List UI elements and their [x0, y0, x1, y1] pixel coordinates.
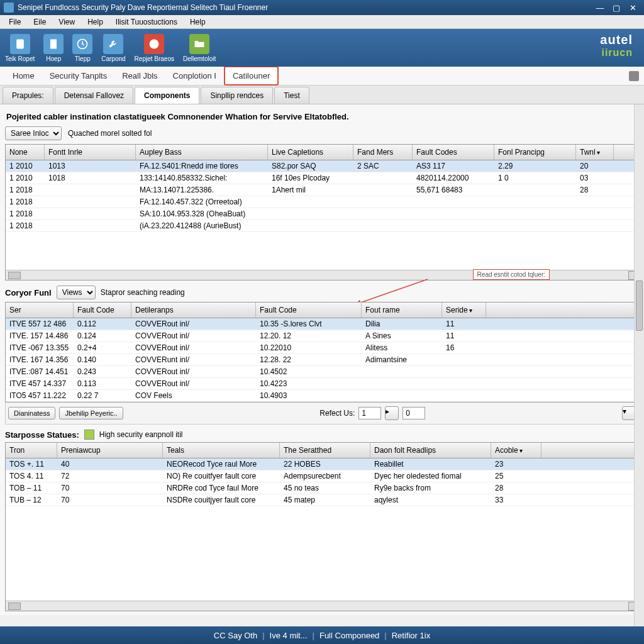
tab-home[interactable]: Home — [5, 67, 42, 84]
table-row[interactable]: ITVE.:087 14.4510.243COVVERout inl/10.45… — [6, 366, 638, 378]
table-cell: 10.35 -S.lores Clvt — [256, 318, 362, 330]
col-fault[interactable]: Fault Codes — [413, 145, 494, 160]
subtab-prapules[interactable]: Prapules: — [3, 87, 53, 104]
grid1-header: None Fontt Inrle Aupley Bass Live Caplet… — [6, 145, 638, 160]
content-vscroll[interactable] — [634, 104, 644, 626]
table-cell: S82.por SAQ — [268, 160, 353, 172]
minimize-button[interactable]: — — [592, 2, 608, 13]
table-row[interactable]: TUB – 1270NSDRe couitjyer fault core45 m… — [6, 494, 638, 506]
table-row[interactable]: TOB – 1170NRDRe cod Tyce faul More45 no … — [6, 482, 638, 494]
maximize-button[interactable]: ▢ — [609, 2, 624, 13]
svg-rect-0 — [16, 39, 24, 48]
table-cell: ITO5 457 11.222 — [6, 390, 74, 401]
grid2-header: Ser Fault Code Detileranps Fault Code Fo… — [6, 303, 638, 318]
tab-completion[interactable]: Conplotion I — [165, 67, 224, 84]
ribbon-repjet[interactable]: Repjet Braeos — [135, 34, 174, 62]
content-area: Pojerited cabler instination clastatigue… — [0, 104, 644, 615]
subtab-sinplip[interactable]: Sinpllip rendces — [201, 87, 273, 104]
wrench-icon — [103, 34, 123, 54]
svg-point-3 — [150, 39, 159, 48]
status-2[interactable]: Ive 4 mit... — [270, 631, 308, 640]
status-4[interactable]: Retifior 1ix — [392, 631, 430, 640]
btn-dianinatess[interactable]: Dianinatess — [8, 407, 55, 419]
col-none[interactable]: None — [6, 145, 45, 160]
subtab-tiest[interactable]: Tiest — [274, 87, 309, 104]
status-3[interactable]: Full Componeed — [319, 631, 379, 640]
col-fand[interactable]: Fand Mers — [353, 145, 413, 160]
col-fonl[interactable]: Fonl Prancipg — [494, 145, 576, 160]
table-row[interactable]: 1 2018MA:13.14071.225386.1Ahert mil55,67… — [6, 184, 638, 196]
table-cell: 20 — [576, 160, 614, 172]
table-cell — [268, 220, 353, 231]
table-cell: 10.4502 — [256, 366, 362, 377]
col2-fault2[interactable]: Fault Code — [256, 303, 362, 318]
page-description: Pojerited cabler instination clastatigue… — [5, 108, 639, 126]
subtab-detensal[interactable]: Detensal Fallovez — [55, 87, 133, 104]
table-cell: 12.28. 22 — [256, 354, 362, 365]
table-row[interactable]: 1 2018(iA.23,220.412488 (AurieBust) — [6, 220, 638, 232]
col-fontt[interactable]: Fontt Inrle — [45, 145, 136, 160]
ribbon-teik-ropet[interactable]: Teik Ropet — [5, 34, 35, 62]
tab-reall[interactable]: Reall Jbls — [114, 67, 165, 84]
table-cell: 10.22010 — [256, 342, 362, 353]
col-aupley[interactable]: Aupley Bass — [136, 145, 268, 160]
table-cell: 1018 — [45, 172, 136, 184]
table-row[interactable]: TOS +. 1140NEORecod Tyce raul More22 HOB… — [6, 458, 638, 470]
settings-icon[interactable] — [629, 71, 639, 81]
col-live[interactable]: Live Capletions — [268, 145, 353, 160]
btn-jbehilip[interactable]: Jbehilip Peyeric.. — [59, 407, 123, 419]
table-row[interactable]: ITVE -067 13.3550.2+4COVVERout inl/10.22… — [6, 342, 638, 354]
table-row[interactable]: ITVE. 157 14.4860.124COVVERout inl/12.20… — [6, 330, 638, 342]
table-cell: 0.22 7 — [74, 390, 131, 401]
table-row[interactable]: ITVE 557 12 4860.112COVVERout inl/10.35 … — [6, 318, 638, 330]
spin-button[interactable]: ▸ — [385, 406, 399, 420]
ribbon-tlepp[interactable]: Tlepp — [72, 34, 92, 62]
table-row[interactable]: 1 2018FA:12.140.457.322 (Orreetoal) — [6, 196, 638, 208]
titlebar: Senipel Fundlocss Security Paly Dave Rep… — [0, 0, 644, 15]
tab-catilouner[interactable]: Catilouner — [224, 66, 279, 86]
ribbon-dellemtoloit[interactable]: Dellemtoloit — [183, 34, 216, 62]
table-row[interactable]: 1 20101013FA.12.S401:Rnedd ime tloresS82… — [6, 160, 638, 172]
table-cell: AS3 117 — [413, 160, 494, 172]
table-row[interactable]: 1 20101018133:14140.858332.Sichel:16f 10… — [6, 172, 638, 184]
col3-teals[interactable]: Teals — [163, 443, 280, 458]
menu-help[interactable]: Help — [81, 16, 109, 28]
table-row[interactable]: ITVE. 167 14.3560.140COVVERunt inl/12.28… — [6, 354, 638, 366]
col3-acoble[interactable]: Acoble — [491, 443, 541, 458]
close-button[interactable]: ✕ — [625, 2, 640, 13]
col2-seride[interactable]: Seride — [442, 303, 486, 318]
table-cell: 33 — [491, 494, 541, 506]
grid3-header: Tron Preniawcup Teals The Seratthed Daon… — [6, 443, 638, 458]
col3-tron[interactable]: Tron — [6, 443, 57, 458]
menu-file[interactable]: File — [3, 16, 27, 28]
menu-instructions[interactable]: Ilisit Tuuostuctions — [109, 16, 184, 28]
col-twnl[interactable]: Twnl — [576, 145, 614, 160]
filter-select[interactable]: Saree Inloc. — [5, 126, 62, 140]
table-row[interactable]: ITVE 457 14.3370.113COVVERout inl/10.422… — [6, 378, 638, 390]
ribbon-carpond[interactable]: Carpond — [101, 34, 125, 62]
table-row[interactable]: TOS 4. 1172NO) Re couitfyer fault coreAd… — [6, 470, 638, 482]
menu-help2[interactable]: Help — [184, 16, 212, 28]
table-cell — [362, 390, 442, 401]
table-row[interactable]: 1 2018SA:10.104.953.328 (OheaBuat) — [6, 208, 638, 220]
table-cell: 1 2018 — [6, 196, 45, 208]
refect-input1[interactable] — [358, 407, 381, 419]
refect-input2[interactable] — [402, 407, 425, 419]
col3-pren[interactable]: Preniawcup — [57, 443, 163, 458]
table-row[interactable]: ITO5 457 11.2220.22 7COV Feels10.4903 — [6, 390, 638, 402]
col3-daon[interactable]: Daon folt Readlips — [370, 443, 491, 458]
col2-ser[interactable]: Ser — [6, 303, 74, 318]
subtab-components[interactable]: Components — [135, 87, 199, 104]
menu-view[interactable]: View — [52, 16, 81, 28]
table-cell: 0.140 — [74, 354, 131, 365]
menu-eile[interactable]: Eile — [27, 16, 52, 28]
col2-fault[interactable]: Fault Code — [74, 303, 131, 318]
section3-sub: High security eanpnoll itil — [99, 430, 183, 439]
col2-detil[interactable]: Detileranps — [131, 303, 256, 318]
col3-serat[interactable]: The Seratthed — [280, 443, 370, 458]
tab-security[interactable]: Security Tanplts — [42, 67, 115, 84]
grid3-hscroll[interactable] — [6, 601, 638, 611]
views-select[interactable]: Views — [57, 286, 96, 299]
ribbon-hoep[interactable]: Hoep — [43, 34, 64, 62]
col2-fout[interactable]: Fout rame — [362, 303, 442, 318]
